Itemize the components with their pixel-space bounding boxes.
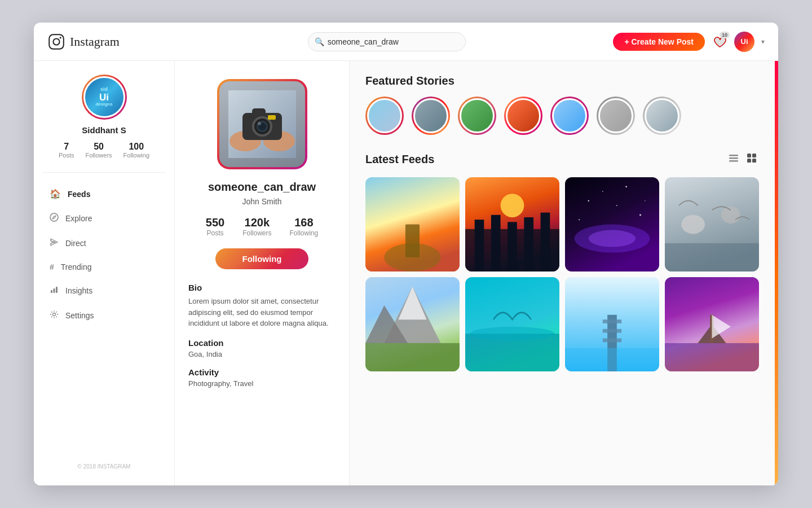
svg-point-49 [681,215,705,234]
insights-icon [50,285,59,296]
notification-badge: 10 [720,32,730,38]
sidebar-item-trending[interactable]: # Trending [34,256,174,278]
bio-heading: Bio [188,283,336,292]
body: sid Ui designs Siddhant S 7 Posts 50 Fol… [34,61,778,485]
svg-point-36 [501,194,524,217]
feed-image-7 [565,277,659,371]
svg-rect-22 [747,154,751,157]
feed-item-5[interactable] [365,277,460,371]
svg-rect-24 [747,159,751,163]
profile-following-num: 168 [294,216,313,229]
story-inner-1 [367,98,402,133]
story-item-6[interactable] [597,97,635,135]
feed-item-7[interactable] [565,277,659,371]
location-text: Goa, India [188,350,336,358]
profile-followers-label: Followers [242,229,271,237]
svg-point-44 [616,205,617,206]
list-view-icon [727,152,740,164]
profile-pic-wrap [217,79,307,169]
sidebar-item-direct[interactable]: Direct [34,231,174,256]
notifications-button[interactable]: 10 [712,34,727,50]
svg-point-43 [639,214,641,216]
svg-rect-35 [541,213,550,271]
story-inner-7 [645,98,679,133]
search-icon: 🔍 [315,37,324,46]
svg-rect-0 [49,34,64,49]
grid-view-button[interactable] [744,151,759,168]
sidebar-followers-label: Followers [85,152,112,159]
header: Instagram 🔍 + Create New Post 10 Ui ▾ [34,23,778,61]
explore-icon [50,213,59,224]
feed-image-5 [365,277,460,371]
profile-pic [219,81,305,167]
story-item-2[interactable] [412,97,450,135]
sidebar-item-feeds[interactable]: 🏠 Feeds [34,182,174,206]
camera-illustration [228,90,296,158]
sidebar-profile-section: sid Ui designs Siddhant S 7 Posts 50 Fol… [43,75,165,173]
sidebar-stat-posts: 7 Posts [59,142,74,159]
profile-bio-section: Bio Lorem ipsum dolor sit amet, consecte… [188,283,336,397]
feed-item-3[interactable] [565,177,659,271]
svg-rect-17 [268,115,276,120]
logo-area: Instagram [47,33,160,51]
sidebar-avatar-inner: sid Ui designs [83,76,125,118]
svg-rect-66 [665,343,759,371]
user-avatar-button[interactable]: Ui [734,32,754,52]
follow-button[interactable]: Following [215,248,309,269]
feed-item-4[interactable] [665,177,759,271]
story-item-3[interactable] [458,97,496,135]
svg-point-46 [589,230,636,247]
svg-rect-32 [491,215,501,271]
svg-rect-6 [56,287,58,293]
feed-item-8[interactable] [665,277,759,371]
svg-point-41 [645,200,646,202]
profile-fullname: John Smith [242,197,281,206]
sidebar-item-explore[interactable]: Explore [34,206,174,231]
svg-point-2 [60,37,61,38]
sidebar-posts-num: 7 [64,142,69,152]
sidebar-avatar-ring: sid Ui designs [82,75,127,120]
logo-text: Instagram [70,34,120,49]
sidebar-item-insights[interactable]: Insights [34,278,174,303]
list-view-button[interactable] [726,151,741,168]
main-feed: Featured Stories [350,61,775,485]
svg-point-50 [721,207,740,224]
create-new-post-button[interactable]: + Create New Post [613,33,705,51]
svg-rect-34 [524,217,533,271]
sidebar-item-trending-label: Trending [61,262,92,271]
profile-posts-num: 550 [206,216,224,229]
svg-rect-28 [405,225,420,257]
svg-rect-23 [752,154,756,157]
search-input-wrap: 🔍 [308,32,466,51]
svg-rect-21 [729,160,738,162]
profile-posts-count: 550 Posts [206,216,224,237]
sidebar-stat-followers: 50 Followers [85,142,112,159]
stories-row [365,97,759,135]
sidebar-item-settings-label: Settings [65,311,94,320]
sidebar-item-insights-label: Insights [65,286,92,295]
feed-item-6[interactable] [465,277,559,371]
svg-rect-31 [475,220,484,271]
activity-heading: Activity [188,367,336,377]
sidebar-stats: 7 Posts 50 Followers 100 Following [59,142,149,159]
profile-following-count: 168 Following [290,216,319,237]
dropdown-chevron-icon[interactable]: ▾ [761,38,765,46]
bio-text: Lorem ipsum dolor sit amet, consectetur … [188,296,336,329]
story-inner-3 [460,98,495,133]
profile-followers-count: 120k Followers [242,216,271,237]
story-item-7[interactable] [643,97,681,135]
svg-rect-25 [752,159,756,163]
feed-image-4 [665,177,759,271]
svg-point-39 [602,191,603,192]
svg-rect-55 [365,343,460,371]
feed-item-2[interactable] [465,177,559,271]
search-input[interactable] [308,32,466,51]
story-item-1[interactable] [365,97,404,135]
profile-following-label: Following [290,229,319,237]
story-item-5[interactable] [550,97,589,135]
sidebar-item-settings[interactable]: Settings [34,303,174,328]
feed-item-1[interactable] [365,177,460,271]
sidebar-posts-label: Posts [59,152,74,159]
story-item-4[interactable] [504,97,542,135]
svg-rect-63 [603,339,621,343]
